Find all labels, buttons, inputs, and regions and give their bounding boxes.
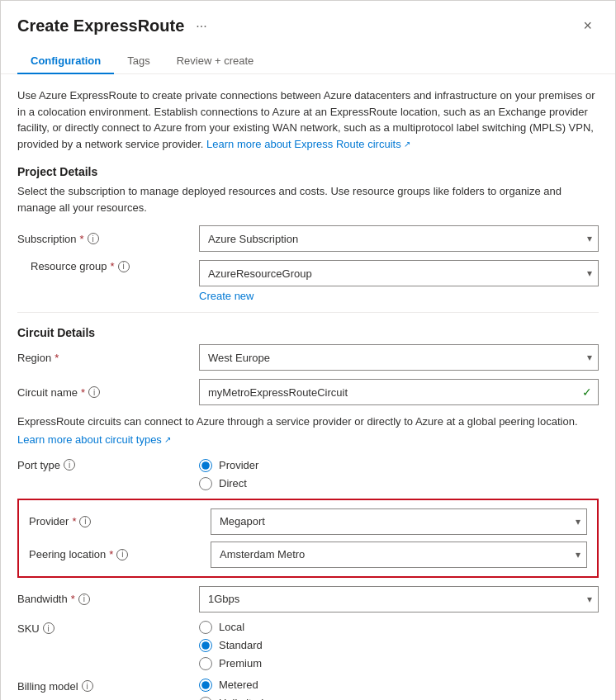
bandwidth-row: Bandwidth * i 1Gbps ▾: [17, 586, 599, 612]
circuit-details-title: Circuit Details: [17, 326, 599, 339]
port-type-direct-label: Direct: [219, 477, 247, 490]
sku-standard-label: Standard: [219, 639, 263, 651]
subscription-label: Subscription * i: [17, 233, 199, 245]
resource-group-select[interactable]: AzureResourceGroup: [199, 260, 599, 286]
close-button[interactable]: ×: [576, 14, 599, 38]
resource-group-label-wrapper: Resource group * i: [17, 260, 199, 272]
peering-required: *: [109, 548, 113, 560]
sku-info-icon[interactable]: i: [43, 622, 54, 634]
resource-group-select-wrapper: AzureResourceGroup ▾: [199, 260, 599, 286]
port-type-radio-group: Provider Direct: [199, 459, 599, 490]
content-area: Use Azure ExpressRoute to create private…: [1, 74, 615, 700]
sku-standard-radio[interactable]: [199, 639, 212, 652]
circuit-types-external-icon: ↗: [164, 435, 171, 444]
circuit-name-valid-icon: ✓: [582, 385, 592, 399]
dialog-title: Create ExpressRoute: [17, 17, 184, 35]
circuit-name-input[interactable]: [199, 379, 599, 405]
region-control: West Europe ▾: [199, 344, 599, 371]
bandwidth-select-wrapper: 1Gbps ▾: [199, 586, 599, 612]
circuit-name-input-wrapper: ✓: [199, 379, 599, 405]
port-type-info-icon[interactable]: i: [64, 459, 75, 471]
bandwidth-control: 1Gbps ▾: [199, 586, 599, 612]
provider-label: Provider * i: [29, 515, 211, 527]
bandwidth-select[interactable]: 1Gbps: [199, 586, 599, 612]
sku-row: SKU i Local Standard Premium: [17, 621, 599, 670]
create-new-resource-group-link[interactable]: Create new: [199, 290, 599, 302]
project-details-title: Project Details: [17, 165, 599, 178]
tab-review-create[interactable]: Review + create: [163, 48, 268, 73]
tab-configuration[interactable]: Configuration: [17, 48, 114, 73]
billing-metered-label: Metered: [219, 679, 258, 691]
billing-model-info-icon[interactable]: i: [82, 680, 93, 692]
provider-row: Provider * i Megaport ▾: [29, 508, 587, 535]
peering-location-control: Amsterdam Metro ▾: [211, 542, 587, 568]
project-details-desc: Select the subscription to manage deploy…: [17, 183, 599, 215]
resource-group-required: *: [111, 260, 115, 272]
sku-premium-radio[interactable]: [199, 657, 212, 670]
ellipsis-button[interactable]: ···: [191, 17, 211, 35]
circuit-name-row: Circuit name * i ✓: [17, 379, 599, 405]
tab-tags[interactable]: Tags: [114, 48, 163, 73]
bandwidth-info-icon[interactable]: i: [78, 594, 90, 605]
sku-options: Local Standard Premium: [199, 621, 599, 670]
sku-local-radio[interactable]: [199, 621, 212, 634]
provider-select[interactable]: Megaport: [211, 508, 587, 535]
billing-metered-option[interactable]: Metered: [199, 679, 599, 692]
resource-group-label: Resource group * i: [31, 260, 212, 272]
peering-info-icon[interactable]: i: [116, 549, 128, 560]
sku-label: SKU i: [17, 621, 199, 635]
subscription-select-wrapper: Azure Subscription ▾: [199, 225, 599, 252]
tab-bar: Configuration Tags Review + create: [1, 38, 615, 74]
sku-premium-option[interactable]: Premium: [199, 657, 599, 670]
region-select[interactable]: West Europe: [199, 344, 599, 371]
billing-unlimited-radio[interactable]: [199, 697, 212, 701]
sku-premium-label: Premium: [219, 657, 262, 669]
bandwidth-required: *: [71, 593, 75, 605]
circuit-types-learn-more-link[interactable]: Learn more about circuit types ↗: [17, 433, 171, 446]
bandwidth-label: Bandwidth * i: [17, 593, 199, 605]
resource-group-control: AzureResourceGroup ▾ Create new: [199, 260, 599, 302]
billing-model-row: Billing model i Metered Unlimited: [17, 679, 599, 701]
billing-model-options: Metered Unlimited: [199, 679, 599, 701]
resource-group-info-icon[interactable]: i: [118, 261, 130, 272]
billing-metered-radio[interactable]: [199, 679, 212, 692]
subscription-row: Subscription * i Azure Subscription ▾: [17, 225, 599, 252]
circuit-name-info-icon[interactable]: i: [88, 386, 100, 398]
port-type-provider-radio[interactable]: [199, 459, 212, 472]
description-text: Use Azure ExpressRoute to create private…: [17, 88, 599, 152]
port-type-direct-option[interactable]: Direct: [199, 477, 599, 490]
circuit-name-label: Circuit name * i: [17, 386, 199, 399]
port-type-direct-radio[interactable]: [199, 477, 212, 490]
sku-local-option[interactable]: Local: [199, 621, 599, 634]
peering-location-label: Peering location * i: [29, 548, 211, 560]
dialog-header: Create ExpressRoute ··· ×: [1, 1, 615, 38]
provider-required: *: [72, 515, 76, 527]
circuit-name-control: ✓: [199, 379, 599, 405]
region-required: *: [54, 352, 59, 364]
port-type-provider-label: Provider: [219, 459, 258, 471]
divider-1: [17, 312, 599, 313]
port-type-control: Provider Direct: [199, 459, 599, 490]
region-label: Region *: [17, 352, 199, 364]
subscription-required: *: [80, 233, 84, 245]
region-row: Region * West Europe ▾: [17, 344, 599, 371]
circuit-name-required: *: [81, 386, 85, 399]
subscription-control: Azure Subscription ▾: [199, 225, 599, 252]
subscription-select[interactable]: Azure Subscription: [199, 225, 599, 252]
create-expressroute-dialog: Create ExpressRoute ··· × Configuration …: [0, 0, 616, 700]
sku-local-label: Local: [219, 621, 244, 633]
subscription-info-icon[interactable]: i: [88, 233, 99, 244]
title-area: Create ExpressRoute ···: [17, 17, 212, 35]
peering-location-select[interactable]: Amsterdam Metro: [211, 542, 587, 568]
provider-peering-section: Provider * i Megaport ▾ Peering locatio: [17, 499, 599, 578]
port-type-label: Port type i: [17, 459, 199, 471]
port-type-provider-option[interactable]: Provider: [199, 459, 599, 472]
external-link-icon: ↗: [404, 138, 410, 150]
billing-unlimited-option[interactable]: Unlimited: [199, 697, 599, 701]
provider-info-icon[interactable]: i: [79, 516, 91, 527]
port-type-row: Port type i Provider Direct: [17, 459, 599, 490]
provider-select-wrapper: Megaport ▾: [211, 508, 587, 535]
expressroute-learn-more-link[interactable]: Learn more about Express Route circuits …: [206, 136, 410, 153]
peering-location-row: Peering location * i Amsterdam Metro ▾: [29, 542, 587, 568]
sku-standard-option[interactable]: Standard: [199, 639, 599, 652]
